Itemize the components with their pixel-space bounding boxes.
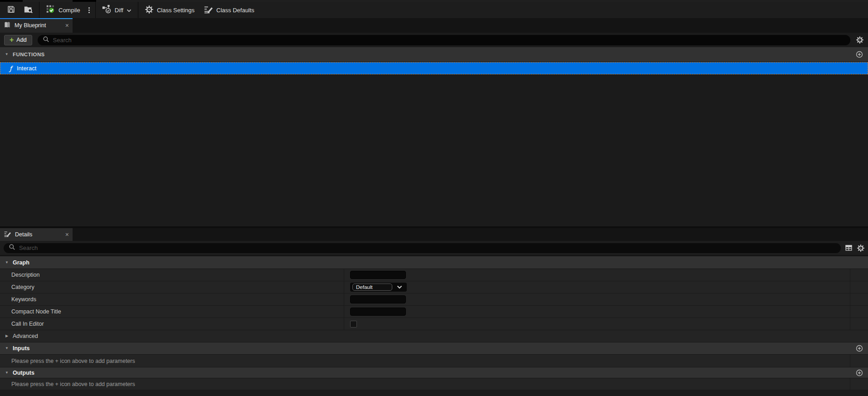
chevron-down-icon	[127, 7, 132, 14]
close-icon[interactable]: ×	[65, 231, 69, 238]
property-extra-column	[850, 281, 868, 293]
inputs-empty-text: Please press the + icon above to add par…	[0, 355, 850, 367]
close-icon[interactable]: ×	[65, 22, 69, 29]
property-extra-column	[850, 318, 868, 330]
property-row-call-in-editor: Call In Editor	[0, 318, 868, 330]
compact-node-title-input[interactable]	[350, 308, 406, 316]
add-button[interactable]: + Add	[4, 35, 32, 45]
search-icon	[9, 244, 15, 252]
details-footer-area	[0, 390, 868, 396]
inputs-section-header[interactable]: ▼ Inputs	[0, 342, 868, 355]
plus-icon: +	[10, 36, 14, 44]
add-function-button[interactable]	[855, 50, 863, 59]
class-defaults-button[interactable]: Class Defaults	[199, 2, 259, 18]
diff-button[interactable]: Diff	[98, 2, 136, 18]
plus-circle-icon	[855, 369, 863, 377]
caret-down-icon[interactable]: ▼	[5, 371, 9, 375]
property-extra-column	[850, 378, 868, 390]
call-in-editor-checkbox[interactable]	[350, 321, 357, 328]
property-row-category: Category Default	[0, 281, 868, 293]
class-defaults-label: Class Defaults	[216, 7, 254, 14]
graph-section-header[interactable]: ▼ Graph	[0, 256, 868, 269]
caret-right-icon[interactable]: ▶	[5, 334, 9, 338]
dock-strip-segment	[0, 0, 23, 2]
toolbar-separator	[39, 2, 39, 18]
tab-my-blueprint[interactable]: My Blueprint ×	[0, 18, 73, 33]
outputs-section-label: Outputs	[13, 370, 34, 376]
main-toolbar: Compile Diff	[0, 2, 868, 18]
blueprint-book-icon	[4, 21, 11, 30]
caret-down-icon[interactable]: ▼	[5, 53, 9, 56]
my-blueprint-search[interactable]	[38, 35, 850, 45]
property-row-keywords: Keywords	[0, 293, 868, 306]
outputs-empty-text: Please press the + icon above to add par…	[0, 378, 850, 390]
add-input-parameter-button[interactable]	[855, 344, 863, 352]
diff-icon	[102, 5, 112, 15]
property-label: Keywords	[0, 293, 344, 305]
compile-label: Compile	[59, 7, 80, 14]
my-blueprint-tabbar: My Blueprint ×	[0, 18, 868, 33]
outputs-section-header[interactable]: ▼ Outputs	[0, 367, 868, 378]
folder-search-icon	[24, 5, 33, 15]
compile-button[interactable]: Compile	[41, 2, 85, 18]
plus-circle-icon	[855, 50, 863, 59]
save-button[interactable]	[3, 2, 20, 18]
inputs-section-label: Inputs	[13, 345, 30, 352]
property-label: Category	[0, 281, 344, 293]
gear-icon	[145, 5, 154, 15]
diff-label: Diff	[115, 7, 123, 14]
tab-title: Details	[15, 231, 32, 238]
panel-settings-gear-icon[interactable]	[856, 36, 864, 44]
add-label: Add	[16, 37, 26, 43]
dock-strip-segment	[73, 0, 96, 2]
property-label: Call In Editor	[0, 318, 344, 330]
description-input[interactable]	[350, 271, 406, 279]
details-settings-gear-icon[interactable]	[857, 244, 865, 252]
caret-down-icon[interactable]: ▼	[5, 261, 9, 264]
search-input[interactable]	[53, 37, 845, 44]
property-row-description: Description	[0, 269, 868, 281]
property-extra-column	[850, 355, 868, 367]
tab-details[interactable]: Details ×	[0, 228, 73, 241]
graph-section-label: Graph	[13, 259, 29, 266]
function-row-interact[interactable]: ƒ Interact	[0, 62, 868, 74]
details-tabbar: Details ×	[0, 228, 868, 241]
details-search-input[interactable]	[19, 244, 836, 251]
display-filter-table-icon[interactable]	[845, 244, 853, 252]
toolbar-separator	[95, 2, 96, 18]
category-value[interactable]: Default	[352, 284, 392, 291]
chevron-down-icon[interactable]	[392, 285, 407, 289]
property-extra-column	[850, 269, 868, 281]
my-blueprint-empty-area	[0, 74, 868, 226]
property-row-compact-node-title: Compact Node Title	[0, 306, 868, 318]
details-search[interactable]	[4, 243, 841, 253]
details-searchrow	[0, 241, 868, 255]
class-settings-label: Class Settings	[157, 7, 195, 14]
browse-to-asset-button[interactable]	[20, 2, 37, 18]
compile-options-kebab-icon[interactable]	[85, 7, 93, 13]
class-settings-button[interactable]: Class Settings	[140, 2, 199, 18]
dock-tab-strip	[0, 0, 868, 2]
tab-title: My Blueprint	[15, 22, 46, 29]
property-extra-column	[850, 293, 868, 305]
toolbar-separator	[138, 2, 138, 18]
functions-section-label: FUNCTIONS	[13, 52, 45, 57]
functions-section-header[interactable]: ▼ FUNCTIONS	[0, 47, 868, 62]
advanced-label: Advanced	[13, 333, 38, 339]
property-label: Description	[0, 269, 344, 281]
pencil-defaults-icon	[204, 5, 213, 15]
add-output-parameter-button[interactable]	[855, 369, 863, 377]
search-icon	[43, 36, 49, 44]
function-icon: ƒ	[10, 65, 12, 72]
plus-circle-icon	[855, 344, 863, 352]
property-extra-column	[850, 306, 868, 318]
save-icon	[7, 5, 15, 15]
inputs-empty-row: Please press the + icon above to add par…	[0, 355, 868, 367]
category-combobox[interactable]: Default	[350, 283, 407, 292]
property-label: Compact Node Title	[0, 306, 344, 318]
caret-down-icon[interactable]: ▼	[5, 347, 9, 350]
compile-icon	[46, 5, 55, 15]
keywords-input[interactable]	[350, 295, 406, 303]
outputs-empty-row: Please press the + icon above to add par…	[0, 378, 868, 390]
advanced-expander[interactable]: ▶ Advanced	[0, 330, 868, 342]
